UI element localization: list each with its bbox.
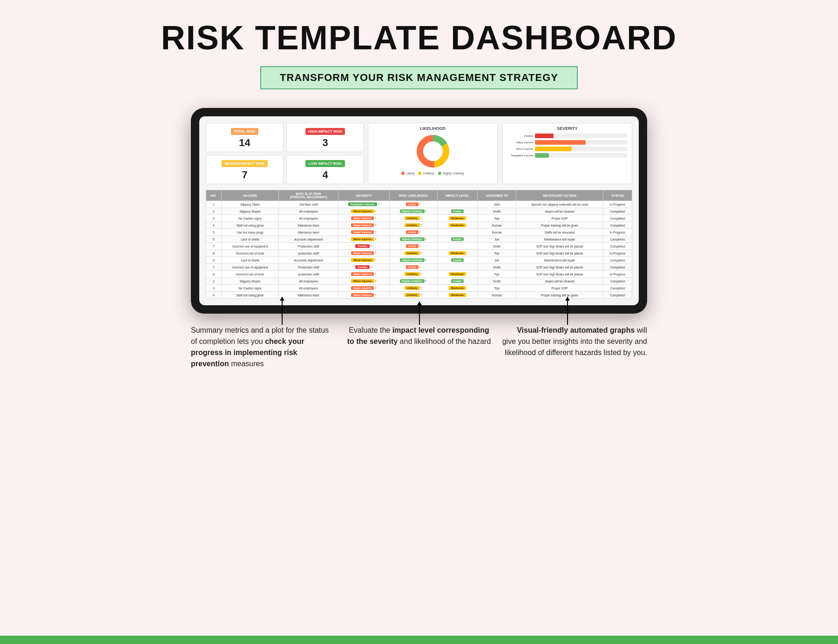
severity-badge: Fatality	[355, 265, 370, 269]
cell-no: 7	[206, 243, 222, 250]
cell-impact: Lower	[437, 278, 478, 285]
severity-badge: Minor Injuries	[351, 258, 374, 262]
cell-action: Staffs will be educated	[516, 229, 603, 236]
dropdown-arrow[interactable]: ▾	[425, 237, 427, 241]
severity-chart-box: SEVERITY Fatality Maj	[502, 123, 632, 184]
cell-action: slopes will be cleaned	[516, 278, 603, 285]
legend-unlikely-label: Unlikely	[423, 172, 434, 175]
bar-track-major	[535, 140, 627, 145]
dropdown-arrow[interactable]: ▾	[419, 244, 421, 248]
dropdown-arrow[interactable]: ▾	[378, 202, 380, 206]
table-row: 2 Slippery Slopes All employees Minor In…	[206, 278, 632, 285]
table-body: 1 Slippery Stairs 2nd floor staff Neglig…	[206, 201, 632, 299]
dropdown-arrow[interactable]: ▾	[419, 265, 421, 268]
dropdown-arrow[interactable]: ▾	[420, 223, 422, 227]
cell-status: In Progress	[603, 229, 632, 236]
legend-unlikely: Unlikely	[418, 172, 434, 175]
impact-badge: Lower	[451, 258, 464, 262]
donut-container: Likely Unlikely Highly Unl	[371, 133, 494, 175]
cell-severity: Major Injuries ▾	[338, 229, 390, 236]
cell-assigned: thomas	[478, 222, 516, 229]
bar-row-minor: Minor Injuries	[507, 147, 627, 151]
likelihood-badge: Highly Unlikely	[400, 209, 425, 213]
cell-who: Maintance team	[279, 222, 338, 229]
dropdown-arrow[interactable]: ▾	[419, 202, 421, 206]
dropdown-arrow[interactable]: ▾	[420, 293, 422, 296]
dropdown-arrow[interactable]: ▾	[371, 244, 372, 248]
dropdown-arrow[interactable]: ▾	[375, 293, 377, 296]
dropdown-arrow[interactable]: ▾	[375, 223, 377, 227]
th-status: STATUS	[603, 190, 632, 201]
severity-badge: Negligible Injuries	[348, 202, 377, 206]
dropdown-arrow[interactable]: ▾	[375, 279, 377, 282]
severity-badge: Major Injuries	[351, 251, 374, 255]
dropdown-arrow[interactable]: ▾	[375, 251, 377, 255]
severity-badge: Major Injuries	[351, 230, 374, 234]
impact-badge: Moderate	[449, 216, 466, 220]
dropdown-arrow[interactable]: ▾	[425, 279, 427, 282]
cell-hazard: Incorrect use of equipment	[221, 243, 278, 250]
cell-impact	[437, 229, 478, 236]
cell-impact: Lower	[437, 208, 478, 215]
dropdown-arrow[interactable]: ▾	[420, 251, 422, 255]
table-row: 5 Use too many plugs Maintance team Majo…	[206, 229, 632, 236]
annotation-area: Summary metrics and a plot for the statu…	[191, 325, 647, 369]
cell-assigned: Joe	[478, 257, 516, 264]
dropdown-arrow[interactable]: ▾	[425, 258, 427, 262]
cell-status: Completed	[603, 278, 632, 285]
cell-status: Completed	[603, 236, 632, 243]
low-impact-card: LOW IMPACT RISK 4	[286, 155, 364, 184]
cell-severity: Minor Injuries ▾	[338, 208, 390, 215]
cell-status: Completed	[603, 257, 632, 264]
arrow-center	[419, 302, 420, 325]
cell-severity: Major Injuries ▾	[338, 271, 390, 278]
cell-no: 7	[206, 264, 222, 271]
cell-action: Special non slippery materials will be u…	[516, 201, 603, 208]
annotation-left-end: measures	[229, 360, 264, 368]
low-impact-label: LOW IMPACT RISK	[305, 160, 345, 167]
cell-assigned: Smith	[478, 264, 516, 271]
total-risk-value: 14	[210, 137, 279, 149]
cell-who: production staff	[279, 271, 338, 278]
dropdown-arrow[interactable]: ▾	[375, 258, 377, 262]
dropdown-arrow[interactable]: ▾	[420, 286, 422, 289]
dropdown-arrow[interactable]: ▾	[375, 216, 377, 220]
cell-who: Accounts department	[279, 257, 338, 264]
cell-impact: Lower	[437, 236, 478, 243]
dropdown-arrow[interactable]: ▾	[375, 272, 377, 275]
dropdown-arrow[interactable]: ▾	[425, 209, 427, 213]
cell-hazard: Slippery Slopes	[221, 278, 278, 285]
medium-impact-label: MEDIUM IMPACT RISK	[222, 160, 267, 167]
dropdown-arrow[interactable]: ▾	[375, 209, 377, 213]
dropdown-arrow[interactable]: ▾	[375, 230, 377, 234]
cell-action: slopes will be cleaned	[516, 208, 603, 215]
annotation-right: Visual-friendly automated graphs will gi…	[501, 325, 647, 369]
cell-action: SOP and Sign Boars will be placed	[516, 250, 603, 257]
cell-likelihood: Likely ▾	[390, 201, 437, 208]
cell-impact	[437, 201, 478, 208]
th-impact: IMPACT LEVEL	[437, 190, 478, 201]
dropdown-arrow[interactable]: ▾	[371, 265, 372, 268]
cell-impact	[437, 243, 478, 250]
th-assigned: ASSIGNED TO	[478, 190, 516, 201]
cell-action: Proper training will be given	[516, 292, 603, 299]
cell-no: 8	[206, 250, 222, 257]
table-row: 6 Lack of shelfs Accounts department Min…	[206, 236, 632, 243]
cell-no: 2	[206, 278, 222, 285]
cell-action: Maintenance will repair	[516, 236, 603, 243]
bar-label-minor: Minor Injuries	[507, 148, 533, 150]
dropdown-arrow[interactable]: ▾	[419, 230, 421, 234]
likelihood-badge: Highly Unlikely	[400, 258, 425, 262]
dropdown-arrow[interactable]: ▾	[420, 216, 422, 220]
legend-highly-unlikely: Highly Unlikely	[438, 172, 464, 175]
dropdown-arrow[interactable]: ▾	[420, 272, 422, 275]
dropdown-arrow[interactable]: ▾	[375, 286, 377, 289]
cell-assigned: Joe	[478, 236, 516, 243]
metrics-left: TOTAL RISK 14 HIGH IMPACT RISK 3 MEDIUM …	[206, 123, 364, 184]
cell-severity: Major Injuries ▾	[338, 215, 390, 222]
subtitle-banner: TRANSFORM YOUR RISK MANAGEMENT STRATEGY	[260, 66, 578, 89]
cell-likelihood: Likely ▾	[390, 264, 437, 271]
dropdown-arrow[interactable]: ▾	[375, 237, 377, 241]
cell-status: In Progress	[603, 250, 632, 257]
bar-label-negligible: Negligible Injuries	[507, 154, 533, 157]
